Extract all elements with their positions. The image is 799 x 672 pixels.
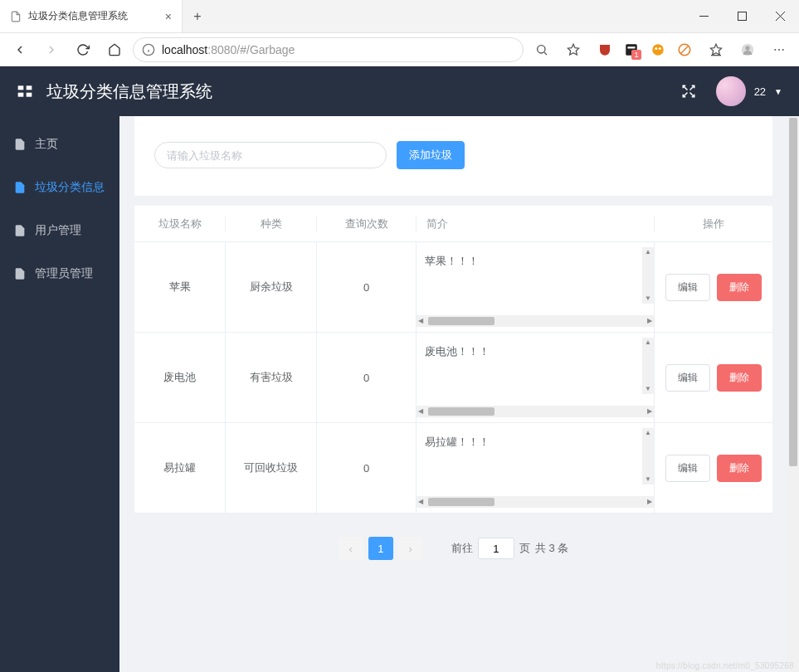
svg-point-20 bbox=[745, 46, 749, 50]
extension-icon-3[interactable] bbox=[650, 41, 666, 58]
main-content: 添加垃圾 垃圾名称 种类 查询次数 简介 操作 苹果厨余垃圾0苹果！！！▲▼◀▶… bbox=[119, 116, 799, 672]
table-row: 苹果厨余垃圾0苹果！！！▲▼◀▶编辑删除 bbox=[134, 242, 772, 333]
window-minimize-button[interactable] bbox=[685, 0, 723, 32]
page-jump-input[interactable] bbox=[478, 538, 514, 559]
desc-scrollbar-vertical[interactable]: ▲▼ bbox=[642, 247, 654, 304]
table-row: 易拉罐可回收垃圾0易拉罐！！！▲▼◀▶编辑删除 bbox=[134, 423, 772, 514]
cell-count: 0 bbox=[317, 423, 417, 513]
fullscreen-icon[interactable] bbox=[681, 84, 696, 99]
page-prev-button[interactable]: ‹ bbox=[339, 537, 363, 560]
desc-scrollbar-horizontal[interactable]: ◀▶ bbox=[417, 406, 654, 417]
th-kind: 种类 bbox=[226, 217, 317, 231]
delete-button[interactable]: 删除 bbox=[717, 274, 762, 301]
svg-rect-24 bbox=[18, 85, 24, 90]
cell-count: 0 bbox=[317, 242, 417, 332]
sidebar-item-label: 垃圾分类信息 bbox=[35, 180, 105, 195]
th-desc: 简介 bbox=[417, 217, 655, 231]
edit-button[interactable]: 编辑 bbox=[665, 274, 710, 301]
desc-scrollbar-horizontal[interactable]: ◀▶ bbox=[417, 315, 654, 327]
app-title: 垃圾分类信息管理系统 bbox=[46, 80, 212, 103]
svg-line-16 bbox=[681, 46, 689, 53]
refresh-button[interactable] bbox=[70, 37, 96, 63]
back-button[interactable] bbox=[7, 37, 33, 63]
garbage-table: 垃圾名称 种类 查询次数 简介 操作 苹果厨余垃圾0苹果！！！▲▼◀▶编辑删除废… bbox=[134, 206, 772, 514]
home-button[interactable] bbox=[101, 37, 128, 63]
page-jump-prefix: 前往 bbox=[451, 541, 473, 556]
favorites-list-icon[interactable] bbox=[703, 37, 729, 63]
site-info-icon[interactable] bbox=[142, 43, 155, 56]
desc-scrollbar-horizontal[interactable]: ◀▶ bbox=[417, 496, 654, 508]
table-header: 垃圾名称 种类 查询次数 简介 操作 bbox=[134, 206, 772, 242]
search-input[interactable] bbox=[154, 142, 387, 168]
window-maximize-button[interactable] bbox=[723, 0, 761, 32]
svg-marker-17 bbox=[710, 44, 721, 55]
cell-kind: 有害垃圾 bbox=[226, 333, 317, 422]
profile-icon[interactable] bbox=[734, 37, 761, 63]
tab-title: 垃圾分类信息管理系统 bbox=[28, 9, 158, 23]
svg-point-14 bbox=[659, 47, 661, 50]
add-garbage-button[interactable]: 添加垃圾 bbox=[397, 141, 465, 169]
extension-badge: 1 bbox=[631, 50, 641, 60]
desc-textarea[interactable]: 易拉罐！！！▲▼ bbox=[417, 428, 654, 496]
sidebar-item-garbage[interactable]: 垃圾分类信息 bbox=[0, 166, 119, 209]
app-body: 主页 垃圾分类信息 用户管理 管理员管理 添加垃圾 垃圾名称 种类 bbox=[0, 116, 799, 672]
extension-icon-4[interactable] bbox=[676, 41, 693, 58]
user-dropdown[interactable]: 22 ▼ bbox=[716, 76, 782, 106]
user-label: 22 bbox=[754, 85, 766, 98]
cell-name: 苹果 bbox=[134, 242, 226, 332]
delete-button[interactable]: 删除 bbox=[717, 455, 762, 482]
svg-point-7 bbox=[538, 45, 545, 52]
app-header: 垃圾分类信息管理系统 22 ▼ bbox=[0, 66, 799, 116]
cell-name: 易拉罐 bbox=[134, 423, 226, 513]
edit-button[interactable]: 编辑 bbox=[665, 455, 710, 482]
desc-textarea[interactable]: 废电池！！！▲▼ bbox=[417, 338, 654, 406]
desc-scrollbar-vertical[interactable]: ▲▼ bbox=[642, 338, 654, 394]
cell-desc: 废电池！！！▲▼◀▶ bbox=[417, 333, 655, 422]
ublock-icon[interactable] bbox=[597, 41, 613, 58]
window-controls bbox=[685, 0, 799, 32]
th-ops: 操作 bbox=[655, 217, 772, 231]
cell-ops: 编辑删除 bbox=[655, 333, 772, 422]
address-bar[interactable]: localhost:8080/#/Garbage bbox=[133, 37, 524, 62]
th-count: 查询次数 bbox=[317, 217, 417, 231]
svg-rect-11 bbox=[628, 46, 636, 48]
svg-point-12 bbox=[652, 44, 664, 56]
desc-scrollbar-vertical[interactable]: ▲▼ bbox=[642, 428, 654, 485]
forward-button[interactable] bbox=[38, 37, 65, 63]
cell-name: 废电池 bbox=[134, 333, 226, 422]
avatar bbox=[716, 76, 746, 106]
edit-button[interactable]: 编辑 bbox=[665, 364, 710, 392]
search-in-page-icon[interactable] bbox=[529, 37, 555, 63]
delete-button[interactable]: 删除 bbox=[717, 364, 762, 392]
menu-toggle-icon[interactable] bbox=[17, 83, 33, 100]
page-next-button[interactable]: › bbox=[398, 537, 423, 560]
browser-url-bar: localhost:8080/#/Garbage 1 bbox=[0, 33, 799, 66]
page-jump-suffix: 页 bbox=[519, 541, 530, 556]
sidebar-item-label: 用户管理 bbox=[35, 223, 81, 238]
desc-textarea[interactable]: 苹果！！！▲▼ bbox=[417, 247, 654, 315]
tab-close-icon[interactable]: × bbox=[165, 10, 172, 23]
more-menu-icon[interactable] bbox=[766, 37, 792, 63]
window-close-button[interactable] bbox=[761, 0, 799, 32]
sidebar-item-label: 主页 bbox=[35, 137, 58, 152]
page-number-button[interactable]: 1 bbox=[368, 537, 393, 560]
sidebar-item-admins[interactable]: 管理员管理 bbox=[0, 252, 119, 295]
browser-tab[interactable]: 垃圾分类信息管理系统 × bbox=[0, 0, 183, 32]
sidebar-item-users[interactable]: 用户管理 bbox=[0, 209, 119, 252]
svg-rect-25 bbox=[27, 85, 32, 90]
main-scrollbar[interactable] bbox=[787, 116, 799, 672]
th-name: 垃圾名称 bbox=[134, 217, 226, 231]
cell-desc: 易拉罐！！！▲▼◀▶ bbox=[417, 423, 655, 513]
sidebar-item-home[interactable]: 主页 bbox=[0, 123, 119, 166]
new-tab-button[interactable]: + bbox=[183, 0, 212, 32]
svg-marker-9 bbox=[568, 44, 578, 55]
cell-count: 0 bbox=[317, 333, 417, 422]
svg-point-13 bbox=[655, 47, 657, 50]
svg-rect-27 bbox=[27, 93, 32, 97]
chevron-down-icon: ▼ bbox=[774, 87, 782, 96]
extension-icon-2[interactable]: 1 bbox=[623, 41, 640, 58]
svg-rect-1 bbox=[738, 12, 746, 21]
page-jump: 前往 页 共 3 条 bbox=[451, 538, 568, 559]
svg-line-8 bbox=[544, 52, 547, 55]
favorite-icon[interactable] bbox=[560, 37, 587, 63]
